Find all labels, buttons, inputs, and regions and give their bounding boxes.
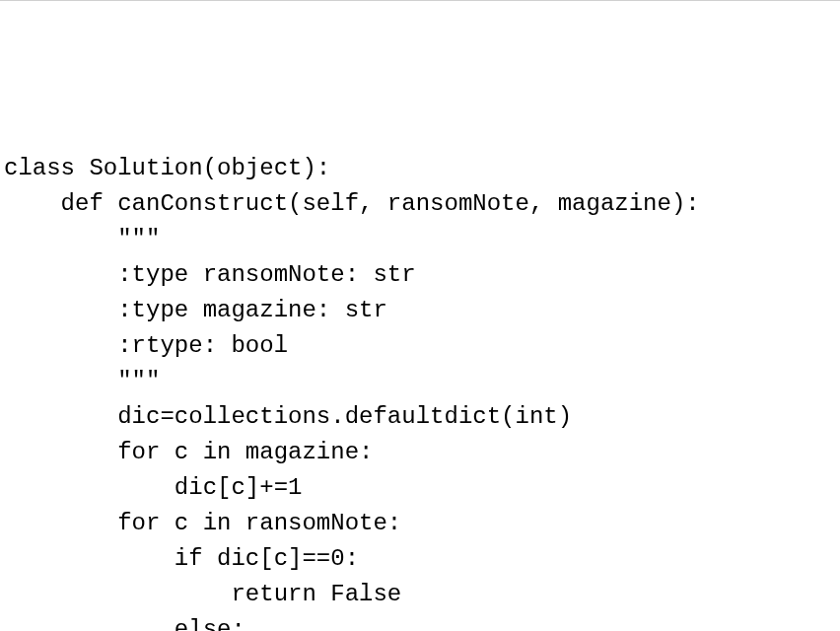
code-line: dic[c]+=1	[4, 470, 836, 506]
code-line: for c in magazine:	[4, 435, 836, 470]
code-line: class Solution(object):	[4, 151, 836, 186]
code-line: return False	[4, 577, 836, 612]
code-block: class Solution(object): def canConstruct…	[4, 151, 836, 631]
code-line: def canConstruct(self, ransomNote, magaz…	[4, 186, 836, 222]
code-line: """	[4, 364, 836, 399]
code-line: else:	[4, 612, 836, 631]
code-line: for c in ransomNote:	[4, 506, 836, 541]
code-line: dic=collections.defaultdict(int)	[4, 399, 836, 435]
code-line: if dic[c]==0:	[4, 541, 836, 577]
code-line: """	[4, 222, 836, 257]
code-line: :type ransomNote: str	[4, 257, 836, 293]
code-line: :rtype: bool	[4, 328, 836, 364]
code-line: :type magazine: str	[4, 293, 836, 328]
